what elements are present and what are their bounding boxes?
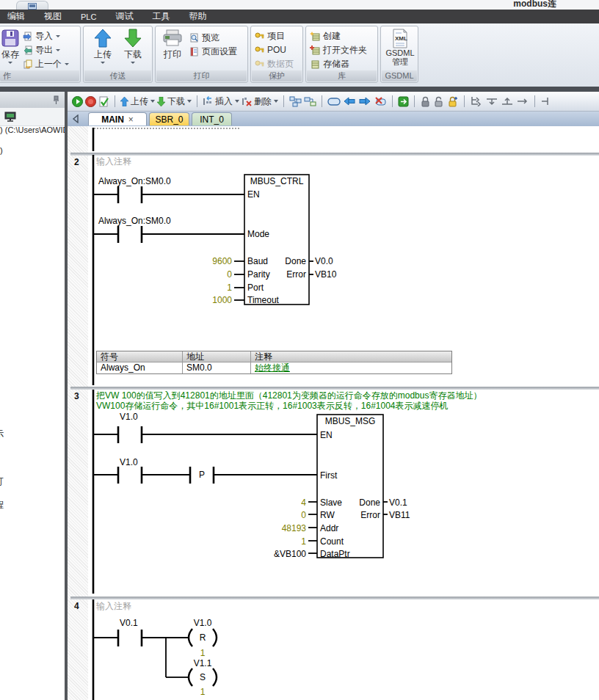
branch-right-icon[interactable] <box>470 96 483 106</box>
pou-diagram-icon[interactable] <box>289 96 302 107</box>
tree-item-fragment[interactable]: ) <box>0 146 3 155</box>
library-create-button[interactable]: 创建 <box>310 29 341 43</box>
output-error-operand[interactable]: VB11 <box>389 510 410 520</box>
coil-count[interactable]: 1 <box>200 648 206 658</box>
menu-edit[interactable]: 编辑 <box>7 10 25 23</box>
output-done-operand[interactable]: V0.0 <box>315 256 333 266</box>
previous-bookmark-icon[interactable] <box>343 96 356 106</box>
tab-close-icon[interactable]: × <box>128 114 134 125</box>
compile-check-icon[interactable] <box>98 96 109 107</box>
lock-closed-icon[interactable] <box>420 96 431 107</box>
coil-count[interactable]: 1 <box>200 687 206 697</box>
tree-item-fragment[interactable]: 程 <box>0 499 4 511</box>
run-icon[interactable] <box>72 96 83 107</box>
coil-operand[interactable]: V1.1 <box>194 658 212 668</box>
previous-button[interactable]: 上一个 <box>23 57 69 70</box>
menu-debug[interactable]: 调试 <box>115 10 133 23</box>
protect-pou-label: POU <box>267 45 286 55</box>
window-title: modbus连 <box>513 0 556 10</box>
pou-diagram-icon-2[interactable] <box>304 96 316 107</box>
param-parity-value[interactable]: 0 <box>227 269 232 280</box>
delete-button[interactable]: 删除 <box>242 95 278 108</box>
pin-icon[interactable] <box>53 95 59 104</box>
block-pin-mode: Mode <box>247 229 269 239</box>
import-caret <box>56 35 60 37</box>
line-right-icon[interactable] <box>516 96 529 106</box>
upload-label: 上传 <box>94 48 112 61</box>
import-button[interactable]: 导入 <box>23 29 60 43</box>
insert-button[interactable]: 插入 <box>203 95 239 108</box>
contact-operand[interactable]: V0.1 <box>120 618 138 628</box>
param-dataptr-value[interactable]: &VB100 <box>274 549 306 559</box>
library-open-folder-button[interactable]: 打开文件夹 <box>310 43 367 56</box>
editor-download-button[interactable]: 下载 <box>157 95 192 108</box>
line-up-icon[interactable] <box>501 96 514 106</box>
preview-button[interactable]: 预览 <box>189 31 219 44</box>
save-dropdown-caret <box>8 62 12 64</box>
tab-int0[interactable]: INT_0 <box>192 112 232 125</box>
download-button[interactable]: 下载 <box>120 29 145 64</box>
monitor-icon[interactable] <box>4 112 16 122</box>
coil-operand[interactable]: V1.0 <box>194 618 212 628</box>
param-baud-value[interactable]: 9600 <box>212 256 232 266</box>
tab-main[interactable]: MAIN × <box>88 112 147 125</box>
project-path-fragment[interactable]: ) (C:\Users\AOWID <box>0 125 65 134</box>
contact-operand[interactable]: V1.0 <box>120 457 138 467</box>
param-slave-value[interactable]: 4 <box>301 497 306 508</box>
lock-add-icon[interactable] <box>446 96 459 107</box>
previous-icon <box>23 59 32 69</box>
toolbar-separator <box>283 95 284 107</box>
menu-tools[interactable]: 工具 <box>152 10 170 23</box>
gsdml-manage-button[interactable]: XML GSDML 管理 <box>385 29 415 66</box>
tree-item-fragment[interactable]: 打 <box>0 475 4 488</box>
library-memory-label: 存储器 <box>323 58 349 70</box>
coil-paren-right[interactable] <box>213 629 217 646</box>
clear-bookmarks-icon[interactable] <box>374 96 387 106</box>
goto-icon[interactable] <box>398 96 409 107</box>
output-done-operand[interactable]: V0.1 <box>389 497 407 508</box>
param-addr-value[interactable]: 48193 <box>282 523 307 533</box>
protect-project-label: 项目 <box>267 30 285 43</box>
menu-bar: 编辑 视图 PLC 调试 工具 帮助 <box>0 10 599 23</box>
coil-paren-right[interactable] <box>213 668 217 686</box>
group-label-transfer: 传送 <box>84 70 151 81</box>
tree-item-fragment[interactable]: 示 <box>0 428 4 440</box>
coil-paren-left[interactable] <box>189 668 192 686</box>
export-button[interactable]: 导出 <box>23 43 60 56</box>
library-memory-button[interactable]: 存储器 <box>310 57 349 70</box>
branch-down-icon[interactable] <box>485 96 498 106</box>
output-error-operand[interactable]: VB10 <box>315 269 337 280</box>
tab-sbr0[interactable]: SBR_0 <box>149 112 189 125</box>
bookmark-toggle-icon[interactable] <box>327 97 341 106</box>
stop-icon[interactable] <box>85 96 96 107</box>
import-label: 导入 <box>35 30 53 43</box>
coil-set-letter: S <box>200 672 206 682</box>
upload-button[interactable]: 上传 <box>90 29 115 64</box>
line-vertical-icon[interactable] <box>540 96 551 106</box>
contact-operand[interactable]: Always_On:SM0.0 <box>98 216 171 226</box>
param-count-value[interactable]: 1 <box>301 536 306 547</box>
contact-operand[interactable]: V1.0 <box>120 412 138 422</box>
toolbar-separator <box>392 95 393 107</box>
param-timeout-value[interactable]: 1000 <box>212 295 232 305</box>
page-setup-button[interactable]: 页面设置 <box>189 45 237 58</box>
coil-paren-left[interactable] <box>189 629 192 646</box>
next-bookmark-icon[interactable] <box>358 96 371 106</box>
menu-view[interactable]: 视图 <box>44 10 62 23</box>
preview-icon <box>189 33 199 43</box>
param-port-value[interactable]: 1 <box>227 282 232 293</box>
save-icon <box>1 29 20 48</box>
lock-open-icon[interactable] <box>433 96 444 107</box>
contact-operand[interactable]: Always_On:SM0.0 <box>98 176 171 186</box>
quick-access-tab[interactable] <box>16 1 48 10</box>
param-rw-value[interactable]: 0 <box>301 510 306 520</box>
save-button[interactable]: 保存 <box>0 29 21 64</box>
application-window: modbus连 编辑 视图 PLC 调试 工具 帮助 保存 <box>0 0 599 700</box>
print-button[interactable]: 打印 <box>160 29 185 61</box>
menu-help[interactable]: 帮助 <box>189 10 206 23</box>
editor-upload-button[interactable]: 上传 <box>120 95 155 108</box>
protect-project-button[interactable]: 项目 <box>255 29 285 43</box>
tab-scroll-left-icon[interactable] <box>72 114 79 123</box>
protect-pou-button[interactable]: POU <box>255 43 286 56</box>
menu-plc[interactable]: PLC <box>81 12 96 21</box>
